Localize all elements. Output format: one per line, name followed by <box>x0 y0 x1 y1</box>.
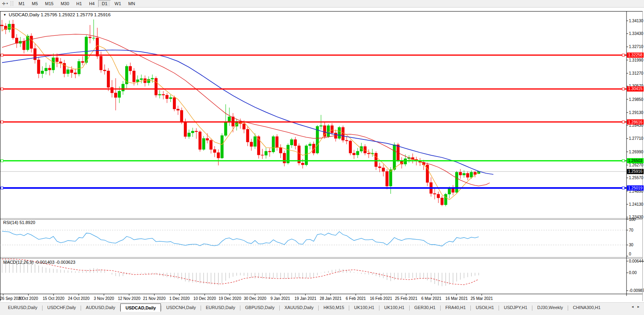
svg-text:1.25916: 1.25916 <box>628 169 643 174</box>
svg-text:3 Nov 2020: 3 Nov 2020 <box>94 296 114 301</box>
tab-scroll-left-button[interactable]: ◄ <box>631 305 634 309</box>
tab-usdcad-daily[interactable]: USDCAD,Daily <box>120 303 161 312</box>
svg-text:1.27710: 1.27710 <box>629 136 644 141</box>
resistance-line-2-price-label: 1.30415 <box>627 86 644 91</box>
svg-text:21 Nov 2020: 21 Nov 2020 <box>143 296 166 301</box>
tab-fra40-h1[interactable]: FRA40,H1 <box>441 303 470 311</box>
tab-usoil-h1[interactable]: USOil,H1 <box>471 303 499 311</box>
tab-eurusd-daily[interactable]: EURUSD,Daily <box>201 303 240 311</box>
svg-text:16 Mar 2021: 16 Mar 2021 <box>445 296 468 301</box>
current-price-label: 1.25916 <box>627 169 644 174</box>
svg-text:1.30415: 1.30415 <box>628 87 643 91</box>
tab-scroll-right-button[interactable]: ► <box>637 305 640 309</box>
tab-uk100-h1[interactable]: UK100,H1 <box>379 303 409 311</box>
tab-ger30-h1[interactable]: GER30,H1 <box>410 303 440 311</box>
tab-audusd-daily[interactable]: AUDUSD,Daily <box>81 303 120 311</box>
svg-text:24 Oct 2020: 24 Oct 2020 <box>68 296 90 301</box>
svg-text:1.24130: 1.24130 <box>629 202 644 207</box>
chart-title: ▼USDCAD,Daily 1.25795 1.25922 1.25779 1.… <box>3 12 110 17</box>
rsi-label: RSI(14) 51.8920 <box>3 220 35 225</box>
svg-text:1.26270: 1.26270 <box>629 163 644 167</box>
resistance-line-1-price-label: 1.32258 <box>627 52 644 58</box>
resistance-line-3-price-label: 1.28616 <box>627 120 644 125</box>
svg-text:1.31270: 1.31270 <box>629 71 644 75</box>
svg-text:1.29130: 1.29130 <box>629 110 644 115</box>
svg-text:12 Nov 2020: 12 Nov 2020 <box>118 296 141 301</box>
svg-text:100: 100 <box>629 217 636 222</box>
svg-text:1.32258: 1.32258 <box>628 53 643 57</box>
svg-text:28 Jan 2021: 28 Jan 2021 <box>320 296 342 301</box>
tab-hk50-m15[interactable]: HK50,M15 <box>319 303 349 311</box>
macd-label: MACD(12,26,9) -0.001403 -0.003623 <box>3 260 75 265</box>
resistance-line-3[interactable] <box>0 121 627 123</box>
svg-text:6 Oct 2020: 6 Oct 2020 <box>19 296 38 301</box>
tab-china300-h1[interactable]: CHINA300,H1 <box>568 303 605 311</box>
svg-text:1.32710: 1.32710 <box>629 44 644 49</box>
tab-usdcnh-daily[interactable]: USDCNH,Daily <box>161 303 201 311</box>
svg-text:16 Feb 2021: 16 Feb 2021 <box>370 296 393 301</box>
rsi-panel: 10070300RSI(14) 51.8920 <box>0 217 636 256</box>
svg-text:70: 70 <box>629 228 634 232</box>
tab-xauusd-daily[interactable]: XAUUSD,Daily <box>280 303 318 311</box>
svg-text:1.33430: 1.33430 <box>629 31 644 36</box>
mt4-window: ✛ ▾ M1M5M15M30H1H4D1W1MN 1.341301.334301… <box>0 0 644 315</box>
tab-gbpusd-daily[interactable]: GBPUSD,Daily <box>240 303 279 311</box>
svg-text:10 Dec 2020: 10 Dec 2020 <box>193 296 216 301</box>
ma-fast-line <box>2 27 479 199</box>
svg-text:-0.009871: -0.009871 <box>629 288 644 293</box>
svg-text:30: 30 <box>629 243 634 247</box>
svg-text:1.25570: 1.25570 <box>629 176 644 180</box>
svg-text:19 Dec 2020: 19 Dec 2020 <box>219 296 241 301</box>
chart-canvas[interactable]: 1.341301.334301.327101.319901.312701.305… <box>0 0 644 302</box>
svg-text:19 Jan 2021: 19 Jan 2021 <box>294 296 316 301</box>
resistance-line-2[interactable] <box>0 88 627 90</box>
symbol-collapse-icon: ▼ <box>3 13 6 17</box>
macd-panel: 0.0064440.00-0.009871MACD(12,26,9) -0.00… <box>2 259 644 293</box>
svg-text:1 Dec 2020: 1 Dec 2020 <box>169 296 190 301</box>
svg-text:15 Oct 2020: 15 Oct 2020 <box>43 296 65 301</box>
chart-tab-bar: EURUSD,DailyUSDCHF,DailyAUDUSD,DailyUSDC… <box>0 302 644 315</box>
svg-text:1.31990: 1.31990 <box>629 58 644 62</box>
svg-text:1.25019: 1.25019 <box>628 186 643 190</box>
support-line-green[interactable] <box>0 160 627 162</box>
tab-eurusd-daily[interactable]: EURUSD,Daily <box>3 303 42 311</box>
candlestick-series <box>1 19 480 206</box>
support-line-blue-price-label: 1.25019 <box>627 186 644 191</box>
svg-text:1.29850: 1.29850 <box>629 97 644 102</box>
svg-text:6 Feb 2021: 6 Feb 2021 <box>346 296 366 301</box>
tab-usdjpy-h1[interactable]: USDJPY,H1 <box>499 303 532 311</box>
tab-usdchf-daily[interactable]: USDCHF,Daily <box>43 303 81 311</box>
svg-text:1.34130: 1.34130 <box>629 19 644 23</box>
svg-text:25 Feb 2021: 25 Feb 2021 <box>395 296 418 301</box>
svg-text:25 Mar 2021: 25 Mar 2021 <box>471 296 493 301</box>
tab-uk100-h1[interactable]: UK100,H1 <box>349 303 379 311</box>
svg-text:0.006444: 0.006444 <box>629 259 644 263</box>
ma-slow-line <box>2 50 493 174</box>
svg-text:0: 0 <box>629 252 631 256</box>
svg-text:1.26990: 1.26990 <box>629 150 644 154</box>
date-axis: 26 Sep 20206 Oct 202015 Oct 202024 Oct 2… <box>0 294 493 301</box>
svg-text:1.26503: 1.26503 <box>628 158 643 163</box>
support-line-blue[interactable] <box>0 187 627 189</box>
tab-dj30-weekly[interactable]: DJ30,Weekly <box>532 303 568 311</box>
chart-ohlc-title: USDCAD,Daily 1.25795 1.25922 1.25779 1.2… <box>9 12 110 17</box>
support-line-green-price-label: 1.26503 <box>627 158 644 163</box>
chart-tabs: EURUSD,DailyUSDCHF,DailyAUDUSD,DailyUSDC… <box>3 303 605 312</box>
resistance-line-1[interactable] <box>0 54 627 56</box>
svg-text:30 Dec 2020: 30 Dec 2020 <box>244 296 267 301</box>
svg-text:6 Mar 2021: 6 Mar 2021 <box>422 296 442 301</box>
svg-text:0.00: 0.00 <box>629 271 637 275</box>
svg-text:9 Jan 2021: 9 Jan 2021 <box>271 296 290 301</box>
svg-text:1.28616: 1.28616 <box>628 120 643 124</box>
